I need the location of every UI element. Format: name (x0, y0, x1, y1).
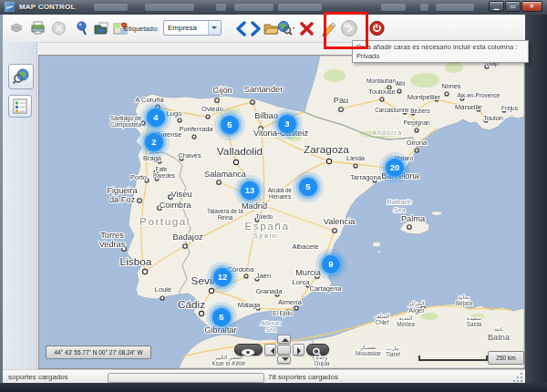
resize-grip[interactable] (513, 372, 523, 382)
map-label: Cádiz (178, 298, 205, 311)
map-label: España (244, 220, 289, 232)
city-dot (415, 129, 418, 132)
pan-down-button[interactable] (277, 356, 291, 364)
minimize-button[interactable]: ▁ (489, 1, 504, 12)
city-dot (215, 98, 220, 103)
city-dot (206, 115, 210, 119)
pan-left-button[interactable] (264, 344, 276, 356)
cluster-marker[interactable]: 12 (207, 262, 238, 293)
eye-button[interactable] (234, 344, 263, 356)
chevron-down-icon (208, 21, 221, 35)
pan-up-button[interactable] (277, 335, 291, 344)
tooltip: Para añadir caras es necesario incluir e… (352, 40, 529, 63)
map-panel[interactable]: A CoruñaSantiago deCompostelaLugoOurense… (38, 55, 525, 369)
search-map-button[interactable] (8, 64, 34, 89)
map-label-arabic: الشلف (374, 313, 389, 319)
map-label: Viseu (171, 190, 192, 199)
map-label: Nimes (441, 82, 461, 90)
eye-icon (235, 347, 262, 357)
city-dot (183, 244, 188, 249)
map-label: Lisboa (120, 255, 152, 268)
titlebar[interactable]: MAP CONTROL ▁ ▭ ✕ (0, 0, 547, 15)
map-label: Málaga (238, 301, 261, 309)
city-dot (178, 119, 181, 122)
map-label: Salamanca (204, 170, 247, 179)
blurred-menu-item (234, 4, 274, 11)
map-label: Figueira (107, 186, 138, 195)
folder-export-icon[interactable] (91, 17, 111, 39)
pushpin-icon[interactable] (72, 17, 92, 39)
city-dot (217, 181, 222, 185)
legend-button[interactable] (8, 95, 32, 118)
map-label: Compostela (110, 121, 142, 129)
cluster-count: 12 (218, 272, 228, 282)
map-label: Mouaskar (356, 350, 382, 356)
map-label: Pau (334, 96, 348, 105)
map-label: Valencia (324, 217, 356, 226)
map-label: Spain (253, 232, 278, 240)
close-button[interactable]: ✕ (521, 1, 542, 12)
map-label: Zaragoza (304, 143, 349, 156)
cluster-marker[interactable]: 9 (315, 249, 346, 280)
city-dot (333, 229, 337, 233)
cluster-marker[interactable]: 5 (206, 302, 237, 333)
zoom-search-button[interactable] (306, 344, 329, 356)
pan-center-button[interactable] (277, 345, 291, 355)
cluster-marker[interactable]: 20 (379, 152, 410, 183)
cluster-count: 5 (227, 119, 232, 129)
cluster-marker[interactable]: 3 (272, 108, 303, 139)
map-label: Lleida (346, 154, 366, 162)
map-label: Ponferrada (179, 125, 213, 133)
map-label: Andorra (372, 129, 402, 136)
map-label: Carcassonne (375, 107, 409, 113)
statusbar: soportes cargados 78 soportes cargados (3, 369, 525, 384)
map-label: Albacete (292, 242, 318, 251)
etiquetado-dropdown[interactable]: Empresa (163, 20, 222, 36)
maximize-button[interactable]: ▭ (505, 1, 521, 12)
city-dot (397, 89, 401, 93)
globe-search-icon[interactable] (276, 17, 294, 39)
tooltip-line2: Privado (356, 52, 524, 61)
client-area: Etiquetado: Empresa (3, 15, 525, 383)
cluster-count: 5 (219, 312, 224, 322)
map-label: Toulon (483, 114, 503, 122)
print-icon[interactable] (27, 17, 47, 39)
map-label: Henares (269, 193, 291, 200)
etiquetado-label: Etiquetado: (124, 25, 159, 33)
map-canvas[interactable]: A CoruñaSantiago deCompostelaLugoOurense… (39, 56, 524, 368)
map-label: Paredes (153, 172, 175, 179)
map-label: Toledo (256, 213, 274, 220)
map-label: Talavera de la (207, 208, 243, 214)
city-dot (160, 296, 164, 300)
map-label: Perpignan (403, 119, 430, 127)
delete-icon[interactable] (296, 17, 316, 39)
cluster-marker[interactable]: 5 (214, 109, 245, 140)
map-label: Valladolid (217, 145, 263, 158)
cluster-marker[interactable]: 13 (234, 175, 265, 206)
map-label: da Foz (109, 195, 135, 204)
save-icon[interactable] (6, 17, 26, 39)
tooltip-line1: Para añadir caras es necesario incluir e… (356, 43, 524, 52)
pan-right-button[interactable] (293, 344, 304, 356)
blurred-menu-item (278, 4, 322, 11)
map-label: El Ejido (273, 310, 293, 317)
cluster-marker[interactable]: 2 (139, 127, 170, 158)
map-label-arabic: بجاية (459, 294, 470, 300)
cluster-count: 4 (153, 112, 159, 122)
city-dot (326, 159, 331, 163)
power-icon[interactable] (366, 17, 387, 39)
map-label: Portugal (139, 215, 191, 228)
window-frame-right (525, 15, 547, 392)
cluster-marker[interactable]: 5 (293, 171, 324, 202)
map-label: Alboran (260, 320, 281, 326)
map-label: Jaén (256, 272, 271, 280)
map-label: Ksar el-Kébir (212, 360, 247, 366)
city-dot (339, 108, 344, 112)
map-label: Cartagena (309, 284, 342, 293)
map-label-arabic: تيارت (387, 345, 399, 352)
disabled-close-icon[interactable] (48, 17, 68, 39)
map-label: Oujda (314, 360, 329, 367)
city-dot (294, 306, 298, 310)
city-dot (233, 160, 238, 164)
map-label-arabic: المدية (399, 315, 413, 321)
